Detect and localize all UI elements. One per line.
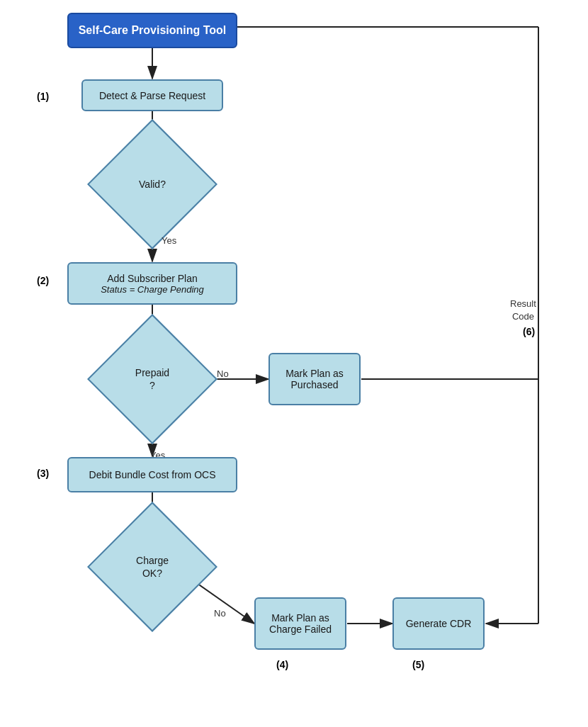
generate-cdr-label: Generate CDR	[406, 618, 472, 629]
mark-purchased-box: Mark Plan as Purchased	[268, 353, 361, 405]
mark-charge-failed-label: Mark Plan as Charge Failed	[260, 612, 341, 635]
detect-parse-label: Detect & Parse Request	[99, 90, 205, 101]
add-subscriber-label2: Status = Charge Pending	[101, 284, 204, 295]
step-6-label: (6)	[523, 326, 535, 337]
add-subscriber-box: Add Subscriber Plan Status = Charge Pend…	[67, 262, 237, 305]
valid-diamond-label: Valid?	[139, 179, 166, 190]
debit-bundle-box: Debit Bundle Cost from OCS	[67, 457, 237, 492]
step-4-label: (4)	[276, 659, 288, 670]
self-care-label: Self-Care Provisioning Tool	[79, 24, 227, 37]
add-subscriber-label1: Add Subscriber Plan	[107, 273, 198, 284]
valid-diamond: Valid?	[106, 138, 198, 230]
debit-bundle-label: Debit Bundle Cost from OCS	[89, 469, 216, 480]
step-1-label: (1)	[37, 91, 49, 102]
result-code-label: ResultCode	[510, 298, 536, 323]
flowchart-diagram: Self-Care Provisioning Tool (1) Detect &…	[0, 0, 588, 727]
prepaid-diamond: Prepaid?	[106, 333, 198, 425]
detect-parse-box: Detect & Parse Request	[81, 79, 223, 111]
charge-ok-diamond: ChargeOK?	[106, 521, 198, 613]
prepaid-diamond-label: Prepaid?	[135, 366, 169, 392]
step-3-label: (3)	[37, 468, 49, 479]
self-care-box: Self-Care Provisioning Tool	[67, 13, 237, 48]
no-charge-label: No	[214, 608, 226, 619]
generate-cdr-box: Generate CDR	[392, 597, 485, 650]
mark-charge-failed-box: Mark Plan as Charge Failed	[254, 597, 346, 650]
step-2-label: (2)	[37, 275, 49, 286]
step-5-label: (5)	[412, 659, 424, 670]
mark-purchased-label: Mark Plan as Purchased	[274, 368, 355, 390]
no-prepaid-label: No	[217, 368, 229, 379]
yes-valid-label: Yes	[162, 235, 176, 246]
charge-ok-diamond-label: ChargeOK?	[136, 554, 169, 580]
